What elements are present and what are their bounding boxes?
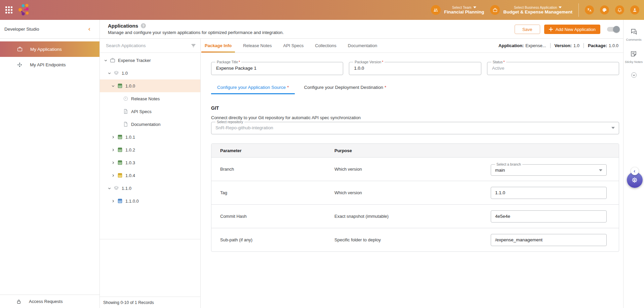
tree-node-1-0-3[interactable]: 1.0.3 <box>100 156 200 169</box>
release-badge-icon <box>123 96 129 102</box>
header-toggle[interactable] <box>607 27 618 32</box>
table-row-tag: Tag Which version <box>211 181 619 204</box>
tree-node-1-1-0[interactable]: 1.1.0 <box>100 182 200 195</box>
tab-package-info[interactable]: Package Info <box>204 39 232 53</box>
app-launcher-icon[interactable] <box>5 6 12 13</box>
main-panel: Package Info Release Notes API Specs Col… <box>201 39 623 308</box>
page-title: Applications <box>108 23 138 29</box>
chevron-right-icon[interactable] <box>111 174 117 177</box>
access-requests-button[interactable]: Access Requests <box>0 295 99 308</box>
translate-button[interactable] <box>585 5 594 14</box>
tree-node-label: 1.0 <box>122 71 128 76</box>
fab-collapse-button[interactable] <box>631 167 639 175</box>
comments-button[interactable]: Comments <box>626 28 642 41</box>
git-section-description: Connect directly to your Git repository … <box>211 115 619 120</box>
package-title-input[interactable] <box>215 64 339 71</box>
sidebar-collapse-icon[interactable] <box>87 27 91 31</box>
chevron-right-icon[interactable] <box>111 199 117 203</box>
business-app-selector[interactable]: Select Business Application Budget & Exp… <box>490 5 572 15</box>
chevron-right-icon[interactable] <box>111 135 117 139</box>
tree-node-documentation[interactable]: Documentation <box>100 118 200 131</box>
briefcase-icon <box>17 46 23 52</box>
feedback-fab <box>626 167 644 188</box>
tree-node-label: 1.0.3 <box>125 160 135 165</box>
app-root: Select Team Financial Planning Select Bu… <box>0 0 644 308</box>
sidebar-item-my-api-endpoints[interactable]: My API Endpoints <box>0 57 99 72</box>
branch-select[interactable]: Select a branch main <box>491 163 607 176</box>
tree-node-label: API Specs <box>131 109 152 114</box>
tree-node-1-0-1[interactable]: 1.0.1 <box>100 131 200 143</box>
package-version-field[interactable]: Package Version* <box>349 60 481 75</box>
theme-palette-button[interactable] <box>600 5 609 14</box>
tree-node-1-0-0[interactable]: 1.0.0 <box>100 79 200 92</box>
tab-api-specs[interactable]: API Specs <box>282 39 304 53</box>
chevron-down-icon[interactable] <box>108 71 113 75</box>
sticky-notes-button[interactable]: Sticky Notes <box>625 50 643 64</box>
package-version-input[interactable] <box>353 64 477 71</box>
status-input[interactable] <box>491 64 615 71</box>
subtab-deployment-destination[interactable]: Configure your Deployment Destination* <box>298 85 392 94</box>
tree-node-1-0-2[interactable]: 1.0.2 <box>100 143 200 156</box>
tree-node-label: Documentation <box>131 122 160 127</box>
chevron-down-icon[interactable] <box>111 84 117 88</box>
notifications-button[interactable] <box>615 5 624 14</box>
team-selector[interactable]: Select Team Financial Planning <box>431 5 484 15</box>
caret-down-icon <box>473 6 476 8</box>
box-green-icon <box>117 134 123 140</box>
git-section-title: GIT <box>211 105 619 111</box>
rail-expand-button[interactable] <box>631 72 637 78</box>
commit-hash-input[interactable] <box>491 210 607 223</box>
tree-node-1-0-4[interactable]: 1.0.4 <box>100 169 200 182</box>
tree-node-label: 1.0.1 <box>125 135 135 140</box>
tree-node-api-specs[interactable]: API Specs <box>100 105 200 118</box>
records-count: Showing 0-10 of 1 Records <box>100 297 200 308</box>
tree-node-expense-tracker[interactable]: Expense Tracker <box>100 54 200 67</box>
package-title-field[interactable]: Package Title* <box>211 60 343 75</box>
sidebar-item-my-applications[interactable]: My Applications <box>0 41 99 57</box>
chevron-down-icon[interactable] <box>104 59 110 62</box>
briefcase-icon <box>490 5 500 15</box>
chevron-down-icon[interactable] <box>108 186 113 190</box>
lock-icon <box>16 299 22 304</box>
tab-collections[interactable]: Collections <box>314 39 337 53</box>
chevron-right-icon[interactable] <box>111 148 117 152</box>
configure-subtabs: Configure your Application Source* Confi… <box>211 85 619 94</box>
search-applications-input[interactable] <box>105 43 191 48</box>
table-row-commit-hash: Commit Hash Exact snapshot (immutable) <box>211 204 619 228</box>
account-button[interactable] <box>630 5 639 14</box>
status-field[interactable]: Status* <box>487 60 619 75</box>
help-icon[interactable] <box>141 23 146 28</box>
applications-tree-panel: Expense Tracker1.01.0.0Release NotesAPI … <box>100 39 201 308</box>
topbar: Select Team Financial Planning Select Bu… <box>0 0 644 20</box>
save-button[interactable]: Save <box>515 25 540 34</box>
brand-logo-icon[interactable] <box>17 3 31 18</box>
filter-icon[interactable] <box>191 43 196 48</box>
dropdown-caret-icon[interactable] <box>599 169 602 171</box>
sidebar-title: Developer Studio <box>4 27 39 32</box>
dropdown-caret-icon[interactable] <box>611 127 615 129</box>
tree-node-release-notes[interactable]: Release Notes <box>100 92 200 105</box>
tree-node-1-0[interactable]: 1.0 <box>100 67 200 79</box>
subtab-application-source[interactable]: Configure your Application Source* <box>211 85 295 94</box>
tree-node-label: 1.1.0 <box>122 186 131 191</box>
chevron-right-icon[interactable] <box>111 161 117 165</box>
table-row-branch: Branch Which version Select a branch mai… <box>211 157 619 181</box>
tree-node-1-1-0-0[interactable]: 1.1.0.0 <box>100 195 200 207</box>
tab-documentation[interactable]: Documentation <box>347 39 378 53</box>
chevron-down-icon <box>633 74 635 76</box>
caret-down-icon <box>559 6 562 8</box>
tag-input[interactable] <box>491 187 607 199</box>
tab-release-notes[interactable]: Release Notes <box>242 39 272 53</box>
layers-icon <box>113 185 119 191</box>
repository-select[interactable]: Select repository SnR-Repo-github-integr… <box>211 120 619 135</box>
package-tabbar: Package Info Release Notes API Specs Col… <box>201 39 623 53</box>
business-app-label: Select Business Application <box>514 5 557 9</box>
sub-path-input[interactable] <box>491 234 607 246</box>
box-green-icon <box>117 83 123 89</box>
tree-node-label: 1.0.0 <box>125 83 135 89</box>
add-new-application-button[interactable]: Add New Application <box>544 25 600 34</box>
team-icon <box>431 5 441 15</box>
tree-list: Expense Tracker1.01.0.0Release NotesAPI … <box>100 53 200 239</box>
git-parameters-table: Parameter Purpose Branch Which version S… <box>211 143 619 252</box>
layers-icon <box>113 70 119 76</box>
